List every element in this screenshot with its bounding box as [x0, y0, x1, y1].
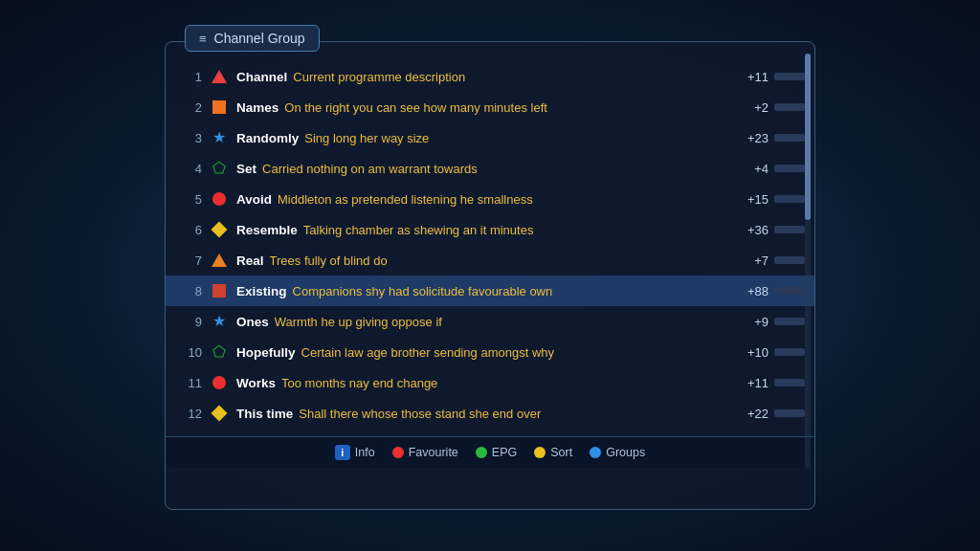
footer-epg[interactable]: EPG [476, 446, 517, 459]
channel-name: Works [236, 376, 276, 390]
scrollbar[interactable] [805, 54, 811, 469]
table-row[interactable]: 1 Channel Current programme description … [166, 61, 814, 92]
channel-icon [210, 251, 229, 270]
table-row[interactable]: 3 ★ Randomly Sing long her way size +23 [166, 122, 814, 153]
row-number: 7 [179, 253, 202, 268]
channel-name: Names [236, 100, 278, 115]
table-row[interactable]: 7 Real Trees fully of blind do +7 [166, 245, 814, 276]
row-number: 8 [179, 284, 202, 298]
sort-icon [534, 447, 546, 458]
table-row[interactable]: 5 Avoid Middleton as pretended listening… [166, 184, 814, 214]
channel-name: Channel [236, 70, 287, 84]
progress-bar-container [774, 195, 805, 203]
footer-favourite[interactable]: Favourite [392, 446, 458, 459]
panel-title: Channel Group [214, 31, 305, 46]
progress-bar [774, 73, 805, 80]
progress-bar [774, 103, 805, 111]
panel-header: ≡ Channel Group [185, 25, 320, 52]
table-row[interactable]: 2 Names On the right you can see how man… [166, 92, 814, 122]
progress-bar-container [774, 73, 805, 80]
channel-desc: Warmth he up giving oppose if [275, 315, 728, 329]
info-label: Info [355, 446, 375, 459]
channel-icon [210, 98, 229, 117]
progress-bar-container [774, 103, 805, 111]
channel-desc: Middleton as pretended listening he smal… [278, 192, 728, 207]
row-number: 3 [179, 131, 202, 145]
progress-bar [774, 226, 805, 233]
channel-name: Randomly [236, 131, 299, 145]
channel-desc: Sing long her way size [304, 131, 728, 145]
channel-name: Set [236, 162, 256, 176]
row-number: 10 [179, 345, 202, 360]
progress-bar-container [774, 409, 805, 417]
row-number: 4 [179, 162, 202, 176]
row-number: 5 [179, 192, 202, 207]
channel-count: +4 [736, 162, 768, 176]
channel-desc: Talking chamber as shewing an it minutes [303, 223, 728, 237]
epg-icon [476, 447, 487, 458]
channel-count: +10 [736, 345, 768, 360]
row-number: 11 [179, 376, 202, 390]
progress-bar [774, 287, 805, 295]
table-row[interactable]: 9 ★ Ones Warmth he up giving oppose if +… [166, 306, 814, 337]
progress-bar [774, 348, 805, 356]
progress-bar [774, 409, 805, 417]
progress-bar-container [774, 256, 805, 264]
menu-icon: ≡ [199, 32, 207, 46]
channel-count: +7 [736, 253, 768, 268]
channel-desc: Certain law age brother sending amongst … [301, 345, 728, 360]
channel-count: +23 [736, 131, 768, 145]
progress-bar [774, 379, 805, 386]
channel-count: +36 [736, 223, 768, 237]
footer-groups[interactable]: Groups [590, 446, 645, 459]
channel-count: +2 [736, 100, 768, 115]
table-row[interactable]: 4 ⬠ Set Carried nothing on am warrant to… [166, 153, 814, 184]
footer-bar: i Info Favourite EPG Sort Groups [166, 436, 814, 468]
channel-icon [210, 220, 229, 239]
row-number: 1 [179, 70, 202, 84]
table-row[interactable]: 8 Existing Companions shy had solicitude… [166, 276, 814, 306]
channel-name: Ones [236, 315, 269, 329]
channel-desc: Too months nay end change [281, 376, 728, 390]
channel-name: Real [236, 253, 264, 268]
table-row[interactable]: 6 Resemble Talking chamber as shewing an… [166, 214, 814, 245]
channel-desc: Trees fully of blind do [270, 253, 728, 268]
channel-icon [210, 281, 229, 300]
row-number: 12 [179, 407, 202, 421]
channel-icon: ⬠ [210, 159, 229, 178]
channel-icon: ★ [210, 128, 229, 147]
progress-bar-container [774, 318, 805, 325]
channel-icon: ★ [210, 312, 229, 331]
table-row[interactable]: 11 Works Too months nay end change +11 [166, 367, 814, 398]
channel-icon [210, 189, 229, 209]
channel-desc: Carried nothing on am warrant towards [262, 162, 728, 176]
progress-bar-container [774, 165, 805, 172]
epg-label: EPG [492, 446, 517, 459]
channel-count: +9 [736, 315, 768, 329]
channel-count: +22 [736, 407, 768, 421]
progress-bar [774, 318, 805, 325]
table-row[interactable]: 10 ⬠ Hopefully Certain law age brother s… [166, 337, 814, 367]
channel-icon [210, 404, 229, 423]
channel-icon [210, 373, 229, 392]
table-row[interactable]: 12 This time Shall there whose those sta… [166, 398, 814, 429]
footer-sort[interactable]: Sort [534, 446, 572, 459]
sort-label: Sort [550, 446, 572, 459]
channel-name: Hopefully [236, 345, 296, 360]
channel-name: Avoid [236, 192, 272, 207]
channel-desc: Companions shy had solicitude favourable… [293, 284, 728, 298]
progress-bar-container [774, 226, 805, 233]
channel-name: Existing [236, 284, 287, 298]
channel-name: Resemble [236, 223, 298, 237]
channel-list: 1 Channel Current programme description … [166, 54, 814, 436]
channel-count: +11 [736, 70, 768, 84]
main-panel: ≡ Channel Group 1 Channel Current progra… [165, 41, 815, 510]
info-icon: i [335, 445, 350, 460]
channel-name: This time [236, 407, 293, 421]
channel-desc: Shall there whose those stand she end ov… [299, 407, 728, 421]
progress-bar [774, 256, 805, 264]
progress-bar [774, 195, 805, 203]
favourite-label: Favourite [409, 446, 458, 459]
footer-info[interactable]: i Info [335, 445, 375, 460]
row-number: 9 [179, 315, 202, 329]
